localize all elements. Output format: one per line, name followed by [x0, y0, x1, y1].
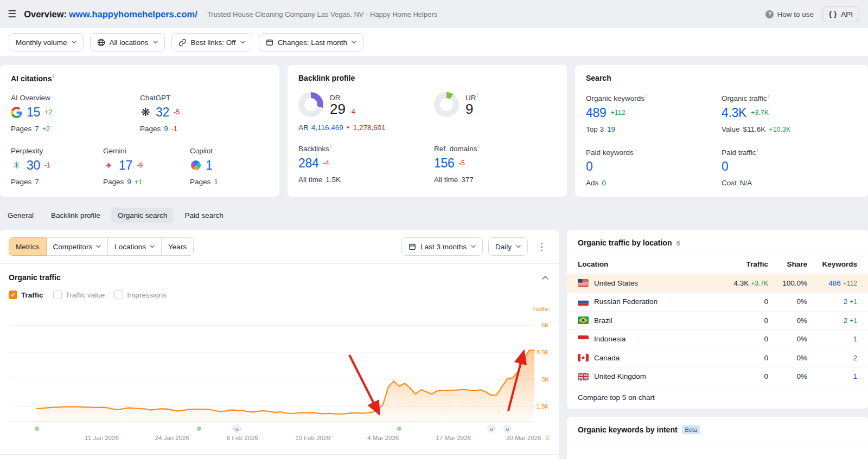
pages-value[interactable]: 7 — [35, 125, 39, 133]
organic-traffic-chart[interactable]: 6K4.5K3K1.5K0TrafficGGG11 Jan 202624 Jan… — [9, 303, 550, 445]
svg-text:3K: 3K — [541, 376, 549, 383]
svg-text:17 Mar 2026: 17 Mar 2026 — [436, 435, 471, 441]
metric-value[interactable]: 0 — [586, 159, 593, 174]
metric-value[interactable]: 17 — [119, 158, 132, 173]
pages-value[interactable]: 9 — [164, 125, 168, 133]
info-icon: i — [53, 74, 54, 79]
card-title: Search — [586, 74, 857, 82]
metric-value[interactable]: 284 — [298, 156, 318, 171]
compare-top5-link[interactable]: Compare top 5 on chart — [567, 386, 868, 409]
table-row[interactable]: Brazil 0 0% 2+1 — [567, 312, 868, 331]
tab-general[interactable]: General — [1, 208, 40, 223]
keywords-link[interactable]: 1 — [853, 335, 857, 343]
hamburger-menu-icon[interactable]: ☰ — [5, 8, 18, 20]
chevron-down-icon — [352, 41, 356, 44]
svg-text:11 Jan 2026: 11 Jan 2026 — [85, 435, 118, 441]
best-links-dropdown[interactable]: Best links: Off — [171, 33, 252, 51]
metric-value[interactable]: 156 — [434, 156, 454, 171]
how-to-use-link[interactable]: ? How to use — [765, 10, 814, 18]
keywords-link[interactable]: 2 — [844, 316, 848, 325]
traffic-checkbox[interactable]: ✓Traffic — [9, 290, 43, 299]
metric-delta: +2 — [44, 108, 52, 116]
locations-filter-dropdown[interactable]: All locations — [90, 33, 165, 51]
series-toggles: ✓Traffic Traffic value Impressions — [9, 290, 550, 299]
metric-value[interactable]: 0 — [722, 159, 729, 174]
ai-citations-card: AI citationsi AI Overview 15 +2 Pages7+2… — [0, 65, 279, 197]
section-divider — [0, 454, 559, 459]
pages-value[interactable]: 9 — [127, 178, 131, 186]
gemini-icon: ✦ — [103, 160, 114, 171]
table-row[interactable]: Indonesia 0 0% 1 — [567, 330, 868, 349]
card-title: Organic traffic by location — [578, 238, 672, 247]
organic-keywords-by-intent-card: Organic keywords by intent Beta — [567, 417, 868, 459]
svg-text:0: 0 — [546, 435, 549, 441]
info-icon: i — [646, 93, 647, 99]
info-icon: i — [768, 93, 769, 99]
metric-value[interactable]: 1 — [206, 158, 213, 173]
checkbox-unchecked-icon — [114, 290, 123, 299]
table-row[interactable]: United States 4.3K+3.7K 100.0% 486+112 — [567, 274, 868, 293]
svg-text:6K: 6K — [541, 322, 549, 328]
ur-value: 9 — [465, 102, 473, 117]
ai-overview-stat: AI Overview 15 +2 Pages7+2 — [11, 94, 140, 133]
table-row[interactable]: Russian Federation 0 0% 2+1 — [567, 293, 868, 312]
metric-value[interactable]: 489 — [586, 106, 606, 120]
granularity-dropdown[interactable]: Daily — [488, 237, 528, 256]
svg-text:G: G — [235, 426, 239, 432]
overview-cards: AI citationsi AI Overview 15 +2 Pages7+2… — [0, 65, 868, 197]
chart-section-title: Organic traffic — [9, 273, 61, 282]
segment-years[interactable]: Years — [161, 237, 194, 256]
metric-delta: -5 — [174, 108, 180, 116]
keywords-link[interactable]: 486 — [828, 279, 841, 287]
globe-icon — [97, 38, 105, 47]
dr-donut — [298, 92, 323, 117]
top3-value[interactable]: 19 — [607, 125, 615, 133]
filter-bar: Monthly volume All locations Best links:… — [0, 28, 868, 57]
metric-value[interactable]: 15 — [27, 105, 40, 120]
keywords-link[interactable]: 2 — [844, 298, 848, 306]
segment-competitors[interactable]: Competitors — [46, 237, 108, 256]
svg-text:1.5K: 1.5K — [536, 403, 549, 410]
pages-value[interactable]: 7 — [35, 178, 39, 186]
impressions-checkbox[interactable]: Impressions — [114, 290, 167, 299]
svg-text:4.5K: 4.5K — [536, 349, 549, 355]
more-options-kebab-icon[interactable]: ⋮ — [533, 241, 550, 253]
target-domain-link[interactable]: www.happyhomehelpers.com/ — [69, 9, 197, 19]
info-icon: i — [342, 93, 343, 98]
svg-text:24 Jan 2026: 24 Jan 2026 — [155, 435, 189, 441]
tab-organic-search[interactable]: Organic search — [111, 208, 174, 223]
keywords-link[interactable]: 2 — [853, 354, 857, 362]
table-row[interactable]: Canada 0 0% 2 — [567, 349, 868, 368]
ar-value[interactable]: 4,116,469 — [311, 124, 343, 132]
tab-paid-search[interactable]: Paid search — [178, 208, 229, 223]
pages-value[interactable]: 1 — [214, 178, 218, 186]
segment-locations[interactable]: Locations — [107, 237, 162, 256]
checkbox-checked-icon: ✓ — [9, 290, 17, 299]
api-button[interactable]: { } API — [822, 7, 859, 22]
ru-flag-icon — [578, 298, 589, 306]
locations-count: 6 — [676, 239, 680, 247]
volume-mode-dropdown[interactable]: Monthly volume — [9, 33, 84, 51]
tab-backlink-profile[interactable]: Backlink profile — [44, 208, 107, 223]
openai-icon: ❋ — [140, 107, 151, 118]
segment-metrics[interactable]: Metrics — [9, 237, 47, 256]
traffic-value-checkbox[interactable]: Traffic value — [53, 290, 105, 299]
organic-traffic-by-location-card: Organic traffic by location 6 Location T… — [567, 230, 868, 409]
date-range-dropdown[interactable]: Last 3 months — [401, 237, 483, 256]
chatgpt-stat: ChatGPT ❋ 32 -5 Pages9-1 — [140, 94, 180, 133]
question-icon: ? — [765, 10, 774, 18]
metric-delta: -9 — [137, 161, 143, 169]
view-segmented-control: Metrics Competitors Locations Years — [9, 237, 194, 256]
keywords-link[interactable]: 1 — [853, 372, 857, 380]
metric-value[interactable]: 4.3K — [722, 106, 746, 120]
svg-text:30 Mar 2026: 30 Mar 2026 — [506, 435, 541, 441]
table-row[interactable]: United Kingdom 0 0% 1 — [567, 367, 868, 386]
info-icon: i — [478, 144, 480, 149]
triangle-down-icon: ▼ — [346, 125, 350, 130]
info-icon: i — [757, 147, 758, 153]
changes-period-dropdown[interactable]: Changes: Last month — [259, 33, 363, 51]
beta-badge: Beta — [682, 425, 701, 434]
collapse-section-button[interactable] — [540, 271, 550, 283]
metric-value[interactable]: 30 — [27, 158, 40, 173]
metric-value[interactable]: 32 — [156, 105, 169, 120]
